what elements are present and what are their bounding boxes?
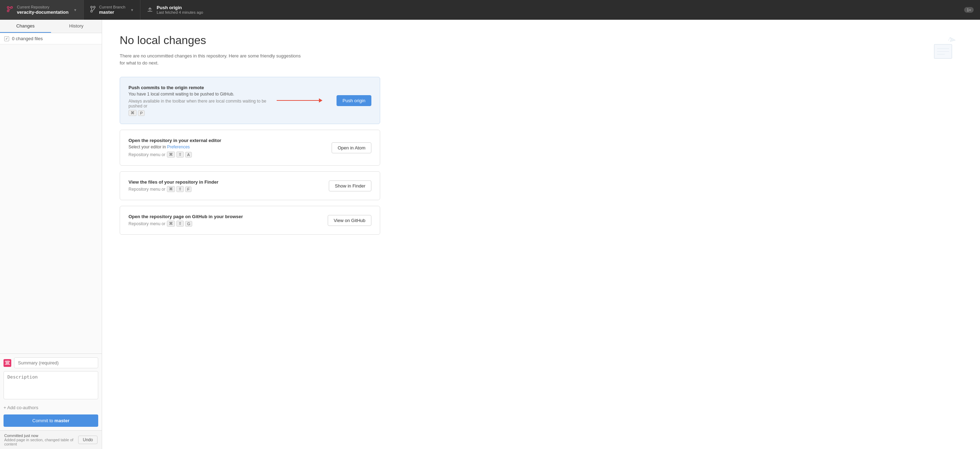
github-kbd1: ⌘: [167, 221, 175, 227]
push-badge: 1+: [964, 7, 974, 13]
editor-kbd1: ⌘: [167, 152, 175, 158]
editor-card: Open the repository in your external edi…: [120, 130, 380, 166]
git-icon: [6, 6, 13, 14]
push-card-desc: You have 1 local commit waiting to be pu…: [129, 92, 277, 97]
red-arrow: [277, 98, 323, 102]
main-content: Changes History ✓ 0 changed files: [0, 20, 980, 449]
github-card-title: Open the repository page on GitHub in yo…: [129, 214, 319, 219]
finder-card: View the files of your repository in Fin…: [120, 171, 380, 200]
push-origin-button[interactable]: Push origin: [337, 95, 371, 106]
toolbar: Current Repository veracity-documentatio…: [0, 0, 980, 20]
svg-point-5: [91, 10, 92, 12]
push-kbd1: ⌘: [129, 110, 137, 116]
select-all-checkbox[interactable]: ✓: [4, 36, 9, 41]
github-card-hint: Repository menu or ⌘ ⇧ G: [129, 221, 319, 227]
branch-name: master: [99, 10, 126, 15]
show-in-finder-button[interactable]: Show in Finder: [329, 181, 371, 192]
branch-icon: [90, 6, 96, 14]
push-card-hint: Always available in the toolbar when the…: [129, 99, 277, 116]
finder-kbd2: ⇧: [177, 186, 184, 192]
github-card: Open the repository page on GitHub in yo…: [120, 206, 380, 235]
finder-kbd1: ⌘: [167, 186, 175, 192]
no-changes-desc: There are no uncommitted changes in this…: [120, 53, 331, 66]
github-kbd2: ⇧: [177, 221, 184, 227]
commit-detail: Added page in section, changed table of …: [4, 438, 78, 446]
editor-card-title: Open the repository in your external edi…: [129, 138, 323, 143]
push-kbd2: P: [138, 110, 145, 116]
push-card-action: Push origin: [277, 95, 371, 106]
view-on-github-button[interactable]: View on GitHub: [328, 215, 371, 226]
svg-point-3: [91, 6, 92, 8]
changed-files-count: 0 changed files: [12, 36, 43, 41]
current-repo-section[interactable]: Current Repository veracity-documentatio…: [0, 0, 84, 20]
no-changes-title: No local changes: [120, 34, 963, 47]
repo-label: Current Repository: [17, 5, 68, 10]
summary-row: [3, 357, 98, 368]
repo-dropdown-arrow: ▼: [73, 8, 77, 12]
editor-kbd2: ⇧: [177, 152, 184, 158]
current-branch-section[interactable]: Current Branch master ▼: [84, 0, 141, 20]
repo-name: veracity-documentation: [17, 10, 68, 15]
github-kbd3: G: [185, 221, 192, 227]
svg-rect-13: [6, 362, 9, 363]
svg-rect-6: [6, 361, 6, 361]
push-card: Push commits to the origin remote You ha…: [120, 77, 380, 124]
svg-rect-11: [8, 361, 8, 362]
branch-dropdown-arrow: ▼: [130, 8, 134, 12]
changed-files-bar: ✓ 0 changed files: [0, 33, 102, 45]
committed-text: Committed just now: [4, 433, 78, 438]
right-panel: No local changes There are no uncommitte…: [102, 20, 980, 449]
bottom-status: Committed just now Added page in section…: [0, 430, 102, 449]
push-card-content: Push commits to the origin remote You ha…: [129, 85, 277, 116]
svg-rect-17: [8, 364, 8, 365]
editor-kbd3: A: [185, 152, 192, 158]
svg-rect-12: [9, 361, 10, 362]
description-input[interactable]: [3, 371, 98, 399]
editor-card-desc: Select your editor in Preferences: [129, 144, 323, 149]
push-sublabel: Last fetched 4 minutes ago: [157, 10, 203, 15]
svg-point-1: [11, 6, 13, 8]
svg-rect-14: [6, 363, 9, 364]
svg-rect-10: [6, 361, 7, 362]
editor-card-content: Open the repository in your external edi…: [129, 138, 323, 158]
coauthor-row[interactable]: + Add co-authors: [3, 404, 98, 412]
sidebar-tabs: Changes History: [0, 20, 102, 33]
commit-avatar: [3, 359, 11, 367]
svg-point-2: [7, 10, 9, 12]
github-card-content: Open the repository page on GitHub in yo…: [129, 214, 319, 227]
finder-card-content: View the files of your repository in Fin…: [129, 179, 320, 192]
commit-btn-branch: master: [54, 418, 70, 423]
push-label: Push origin: [157, 5, 203, 11]
commit-button[interactable]: Commit to master: [3, 414, 98, 427]
finder-card-hint: Repository menu or ⌘ ⇧ F: [129, 186, 320, 192]
svg-point-4: [93, 6, 95, 8]
open-in-atom-button[interactable]: Open in Atom: [332, 142, 371, 153]
sidebar: Changes History ✓ 0 changed files: [0, 20, 102, 449]
push-origin-section[interactable]: Push origin Last fetched 4 minutes ago 1…: [140, 0, 980, 20]
undo-button[interactable]: Undo: [78, 436, 97, 444]
svg-rect-15: [5, 364, 6, 365]
push-icon: [147, 6, 153, 14]
file-list-area: [0, 45, 102, 353]
summary-input[interactable]: [14, 357, 98, 368]
tab-changes[interactable]: Changes: [0, 20, 51, 33]
finder-kbd3: F: [185, 187, 192, 192]
editor-card-hint: Repository menu or ⌘ ⇧ A: [129, 152, 323, 158]
svg-rect-18: [9, 364, 10, 365]
branch-label: Current Branch: [99, 5, 126, 10]
tab-history[interactable]: History: [51, 20, 102, 33]
illustration: [927, 34, 959, 64]
commit-btn-prefix: Commit to: [32, 418, 54, 423]
svg-point-0: [7, 6, 9, 8]
coauthor-label: + Add co-authors: [3, 405, 38, 410]
preferences-link[interactable]: Preferences: [167, 144, 190, 149]
commit-section: + Add co-authors Commit to master: [0, 353, 102, 430]
svg-rect-8: [8, 361, 9, 361]
push-card-title: Push commits to the origin remote: [129, 85, 277, 90]
finder-card-title: View the files of your repository in Fin…: [129, 179, 320, 185]
svg-rect-7: [7, 361, 8, 361]
svg-rect-16: [6, 364, 7, 365]
svg-rect-9: [5, 361, 6, 362]
